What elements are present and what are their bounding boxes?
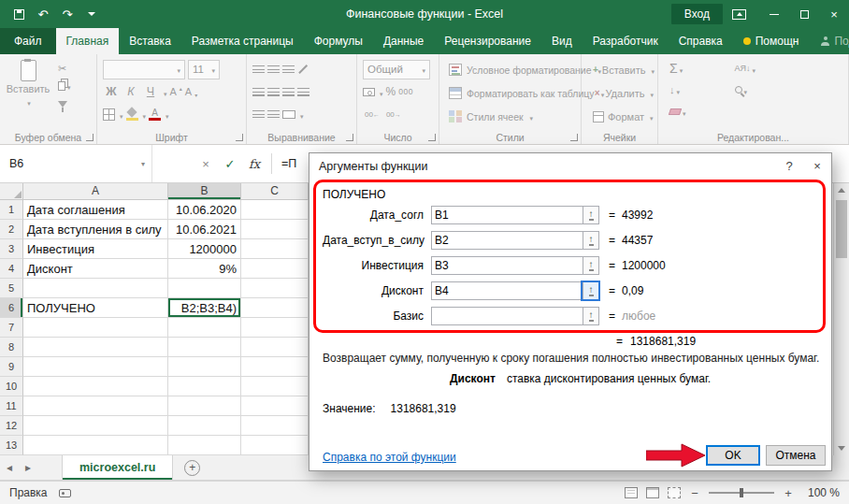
insert-function-button[interactable]: fx: [242, 157, 266, 171]
row-header[interactable]: 3: [0, 239, 23, 259]
align-middle-icon[interactable]: [267, 65, 280, 74]
ribbon-tab[interactable]: Справка: [669, 28, 733, 54]
cell-b[interactable]: 10.06.2021: [168, 220, 241, 239]
style-button[interactable]: Условное форматирование: [445, 58, 577, 81]
row-header[interactable]: 13: [0, 436, 23, 455]
cell-b[interactable]: [168, 357, 241, 377]
cut-button[interactable]: ✂: [58, 62, 71, 75]
borders-icon[interactable]: [103, 108, 115, 121]
dialog-launcher-icon[interactable]: [86, 134, 94, 141]
cell-b[interactable]: [168, 279, 241, 298]
row-header[interactable]: 9: [0, 357, 23, 377]
cell-a[interactable]: [23, 279, 168, 298]
ok-button[interactable]: OK: [706, 445, 760, 466]
row-header[interactable]: 1: [0, 200, 23, 220]
dialog-launcher-icon[interactable]: [570, 134, 578, 141]
wrap-text-icon[interactable]: [297, 88, 309, 96]
cell-b[interactable]: 1200000: [168, 239, 241, 259]
collapse-dialog-button[interactable]: ↑: [583, 308, 598, 324]
argument-input[interactable]: [432, 308, 583, 324]
function-help-link[interactable]: Справка по этой функции: [323, 451, 456, 464]
ribbon-tab[interactable]: Помощн: [733, 28, 810, 54]
row-header[interactable]: 2: [0, 220, 23, 239]
ribbon-tab[interactable]: Главная: [56, 28, 120, 54]
page-break-view-icon[interactable]: [668, 487, 681, 498]
decrease-decimal-icon[interactable]: 00: [384, 110, 403, 119]
row-header[interactable]: 7: [0, 318, 23, 338]
ribbon-tab[interactable]: Вид: [541, 28, 583, 54]
style-button[interactable]: Форматировать как таблицу: [445, 81, 577, 105]
comma-style-icon[interactable]: 000: [398, 87, 413, 96]
increase-decimal-icon[interactable]: 00: [363, 110, 381, 119]
cell-c[interactable]: [241, 318, 309, 338]
ribbon-tab[interactable]: Данные: [373, 28, 434, 54]
add-sheet-button[interactable]: +: [184, 460, 200, 476]
ribbon-tab[interactable]: Разработчик: [583, 28, 669, 54]
sign-in-button[interactable]: Вход: [671, 4, 723, 24]
percent-style-icon[interactable]: %: [386, 85, 396, 98]
underline-button[interactable]: Ч: [142, 83, 159, 101]
cell-a[interactable]: [23, 318, 168, 338]
previous-sheet-button[interactable]: ◂: [0, 455, 19, 480]
argument-input[interactable]: [432, 232, 583, 249]
dialog-close-button[interactable]: ×: [803, 153, 831, 179]
merge-center-icon[interactable]: [282, 110, 295, 119]
scroll-down-icon[interactable]: [838, 446, 845, 451]
argument-input[interactable]: [432, 282, 583, 299]
cell-a[interactable]: [23, 396, 168, 416]
cell-a[interactable]: [23, 338, 168, 357]
cell-a[interactable]: [23, 416, 168, 436]
format-painter-button[interactable]: [58, 97, 71, 110]
zoom-slider-thumb[interactable]: [740, 488, 743, 497]
cell-a[interactable]: Инвестиция: [23, 239, 168, 259]
cell-b[interactable]: 9%: [168, 259, 241, 279]
align-right-icon[interactable]: [282, 88, 295, 96]
name-box[interactable]: B6 ▾: [0, 145, 152, 182]
redo-button[interactable]: ↷: [56, 3, 79, 25]
cell-c[interactable]: [241, 259, 309, 279]
align-left-icon[interactable]: [252, 88, 265, 96]
zoom-slider[interactable]: [709, 492, 774, 494]
collapse-dialog-button[interactable]: ↑: [583, 282, 598, 299]
ribbon-tab[interactable]: Рецензирование: [434, 28, 541, 54]
bold-button[interactable]: Ж: [103, 83, 120, 101]
collapse-dialog-button[interactable]: ↑: [583, 232, 598, 249]
dialog-launcher-icon[interactable]: [428, 134, 436, 141]
minimize-button[interactable]: [759, 0, 789, 28]
select-all-corner[interactable]: [0, 183, 23, 200]
argument-input[interactable]: [432, 207, 583, 223]
cell-a[interactable]: ПОЛУЧЕНО: [23, 298, 168, 318]
cell-c[interactable]: [241, 298, 309, 318]
cell-b[interactable]: [168, 377, 241, 396]
cancel-entry-button[interactable]: ×: [194, 157, 218, 171]
ribbon-tab[interactable]: Формулы: [304, 28, 373, 54]
ribbon-tab[interactable]: Файл: [0, 28, 56, 54]
cell-b[interactable]: [168, 396, 241, 416]
row-header[interactable]: 4: [0, 259, 23, 279]
cell-c[interactable]: [241, 377, 309, 396]
zoom-level[interactable]: 100 %: [802, 486, 840, 499]
clear-button[interactable]: [669, 103, 686, 120]
increase-indent-icon[interactable]: [267, 110, 280, 119]
font-color-button[interactable]: А: [149, 108, 161, 121]
cell-c[interactable]: [241, 436, 309, 455]
next-sheet-button[interactable]: ▸: [19, 455, 37, 480]
align-bottom-icon[interactable]: [282, 65, 295, 74]
cell-c[interactable]: [241, 200, 309, 220]
save-button[interactable]: [7, 3, 30, 25]
cell-a[interactable]: Дата вступления в силу: [23, 220, 168, 239]
collapse-dialog-button[interactable]: ↑: [583, 207, 598, 223]
cell-c[interactable]: [241, 357, 309, 377]
cell-a[interactable]: [23, 377, 168, 396]
sheet-tab[interactable]: microexcel.ru: [62, 455, 173, 480]
dialog-help-button[interactable]: ?: [775, 153, 803, 179]
cells-button[interactable]: Формат: [587, 105, 654, 128]
cells-button[interactable]: Удалить: [587, 81, 654, 105]
undo-button[interactable]: ↶: [32, 3, 54, 25]
share-button[interactable]: Поделиться: [809, 28, 849, 54]
customize-qat-button[interactable]: [80, 3, 103, 25]
cell-c[interactable]: [241, 338, 309, 357]
cells-button[interactable]: Вставить: [587, 58, 654, 81]
enter-entry-button[interactable]: ✓: [218, 157, 242, 171]
italic-button[interactable]: К: [122, 83, 139, 101]
